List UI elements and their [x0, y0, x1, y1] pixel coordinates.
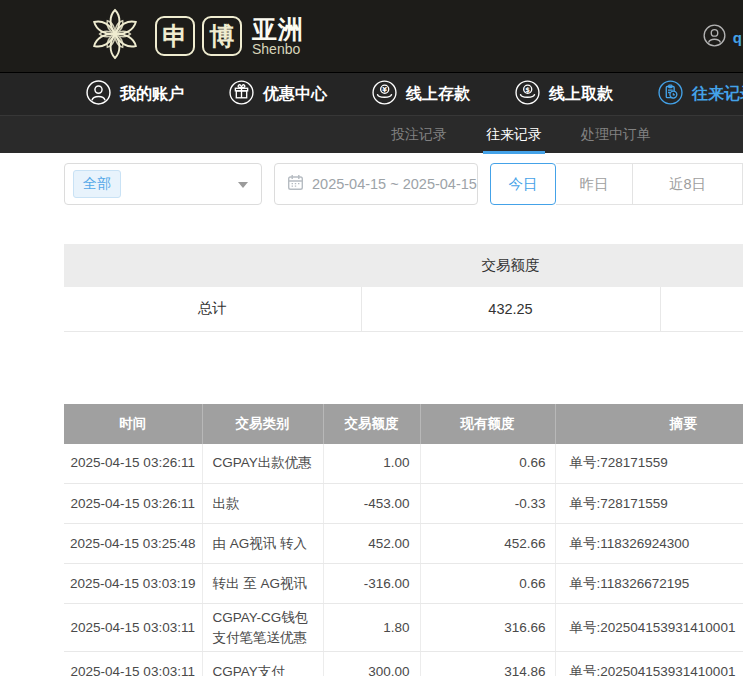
cell-balance: 452.66 [420, 524, 555, 564]
cell-memo: 单号:202504153931410001 [555, 604, 743, 652]
cell-balance: 0.66 [420, 564, 555, 604]
logo-region: 亚洲 Shenbo [252, 16, 304, 57]
cell-amount: 300.00 [323, 652, 420, 676]
records-table-body: 2025-04-15 03:26:11 CGPAY出款优惠 1.00 0.66 … [64, 444, 743, 676]
header-time: 时间 [64, 404, 202, 444]
nav-item-my-account[interactable]: 我的账户 [86, 80, 184, 109]
svg-text:¥: ¥ [382, 85, 387, 93]
main-nav: 我的账户 优惠中心 ¥ 线上存款 [0, 72, 743, 115]
logo-subtitle: Shenbo [252, 42, 304, 57]
cell-time: 2025-04-15 03:03:19 [64, 564, 202, 604]
cell-memo: 单号:728171559 [555, 484, 743, 524]
cell-type: 出款 [202, 484, 323, 524]
cell-memo: 单号:118326672195 [555, 564, 743, 604]
cell-type: 转出 至 AG视讯 [202, 564, 323, 604]
summary-total-label: 总计 [64, 287, 361, 331]
summary-header-empty [64, 244, 361, 287]
sub-nav: 投注记录 往来记录 处理中订单 [0, 115, 743, 153]
nav-item-deposit[interactable]: ¥ 线上存款 [372, 80, 470, 109]
tab-transaction-records[interactable]: 往来记录 [483, 116, 545, 154]
nav-item-withdraw[interactable]: $ 线上取款 [515, 80, 613, 109]
header-memo: 摘要 [555, 404, 743, 444]
username[interactable]: q [733, 29, 742, 46]
withdraw-coin-hand-icon: $ [515, 80, 540, 109]
cell-time: 2025-04-15 03:25:48 [64, 524, 202, 564]
table-row: 2025-04-15 03:26:11 出款 -453.00 -0.33 单号:… [64, 484, 743, 524]
cell-amount: 1.80 [323, 604, 420, 652]
records-table: 时间 交易类别 交易额度 现有额度 摘要 2025-04-15 03:26:11… [64, 404, 743, 676]
last-8-days-button[interactable]: 近8日 [633, 163, 743, 205]
flower-logo-icon [84, 5, 146, 67]
svg-text:$: $ [525, 85, 530, 93]
logo-char-shen: 申 [155, 16, 195, 56]
account-icon[interactable] [703, 24, 726, 51]
summary-table: 交易额度 总计 432.25 [64, 244, 743, 332]
cell-memo: 单号:118326924300 [555, 524, 743, 564]
cell-amount: -316.00 [323, 564, 420, 604]
records-clipboard-clock-icon [658, 80, 683, 109]
summary-total-value: 432.25 [361, 287, 660, 331]
top-header: 申 博 亚洲 Shenbo q [0, 0, 743, 72]
table-row: 2025-04-15 03:26:11 CGPAY出款优惠 1.00 0.66 … [64, 444, 743, 484]
cell-time: 2025-04-15 03:26:11 [64, 444, 202, 484]
nav-item-label: 我的账户 [120, 84, 184, 105]
header-type: 交易类别 [202, 404, 323, 444]
cell-balance: -0.33 [420, 484, 555, 524]
nav-item-label: 优惠中心 [263, 84, 327, 105]
header-balance: 现有额度 [420, 404, 555, 444]
date-range-value: 2025-04-15 ~ 2025-04-15 [312, 176, 477, 192]
filter-bar: 全部 2025-04-15 ~ 2025-04-15 今日 昨日 近8日 [64, 163, 743, 205]
cell-time: 2025-04-15 03:26:11 [64, 484, 202, 524]
deposit-coin-hand-icon: ¥ [372, 80, 397, 109]
cell-amount: -453.00 [323, 484, 420, 524]
table-row: 2025-04-15 03:25:48 由 AG视讯 转入 452.00 452… [64, 524, 743, 564]
table-row: 2025-04-15 03:03:11 CGPAY-CG钱包支付笔笔送优惠 1.… [64, 604, 743, 652]
header-amount: 交易额度 [323, 404, 420, 444]
cell-balance: 316.66 [420, 604, 555, 652]
table-row: 2025-04-15 03:03:11 CGPAY支付 300.00 314.8… [64, 652, 743, 676]
records-header-row: 时间 交易类别 交易额度 现有额度 摘要 [64, 404, 743, 444]
cell-type: CGPAY支付 [202, 652, 323, 676]
tab-betting-records[interactable]: 投注记录 [388, 116, 450, 154]
table-row: 2025-04-15 03:03:19 转出 至 AG视讯 -316.00 0.… [64, 564, 743, 604]
cell-type: 由 AG视讯 转入 [202, 524, 323, 564]
cell-amount: 1.00 [323, 444, 420, 484]
logo-char-bo: 博 [202, 16, 242, 56]
quick-date-buttons: 今日 昨日 近8日 [490, 163, 743, 205]
date-range-input[interactable]: 2025-04-15 ~ 2025-04-15 [274, 163, 478, 205]
category-selected-chip[interactable]: 全部 [73, 170, 121, 198]
cell-balance: 0.66 [420, 444, 555, 484]
nav-item-transaction-records[interactable]: 往来记录 [658, 80, 743, 109]
cell-balance: 314.86 [420, 652, 555, 676]
cell-time: 2025-04-15 03:03:11 [64, 604, 202, 652]
cell-amount: 452.00 [323, 524, 420, 564]
calendar-icon [287, 174, 304, 194]
yesterday-button[interactable]: 昨日 [556, 163, 633, 205]
summary-empty-cell [660, 287, 743, 331]
caret-down-icon [238, 182, 248, 188]
nav-item-label: 线上取款 [549, 84, 613, 105]
nav-item-label: 往来记录 [692, 84, 743, 105]
cell-memo: 单号:728171559 [555, 444, 743, 484]
account-area[interactable]: q [703, 24, 742, 51]
cell-type: CGPAY-CG钱包支付笔笔送优惠 [202, 604, 323, 652]
logo-region-cn: 亚洲 [252, 16, 304, 42]
cell-time: 2025-04-15 03:03:11 [64, 652, 202, 676]
category-select[interactable]: 全部 [64, 163, 262, 205]
gift-icon [229, 80, 254, 109]
cell-memo: 单号:202504153931410001 [555, 652, 743, 676]
summary-header-amount: 交易额度 [361, 244, 660, 287]
cell-type: CGPAY出款优惠 [202, 444, 323, 484]
nav-item-label: 线上存款 [406, 84, 470, 105]
user-icon [86, 80, 111, 109]
today-button[interactable]: 今日 [490, 163, 556, 205]
summary-header-row: 交易额度 [64, 244, 743, 287]
summary-total-row: 总计 432.25 [64, 287, 743, 331]
nav-item-promotions[interactable]: 优惠中心 [229, 80, 327, 109]
tab-processing-orders[interactable]: 处理中订单 [578, 116, 654, 154]
summary-header-empty2 [660, 244, 743, 287]
